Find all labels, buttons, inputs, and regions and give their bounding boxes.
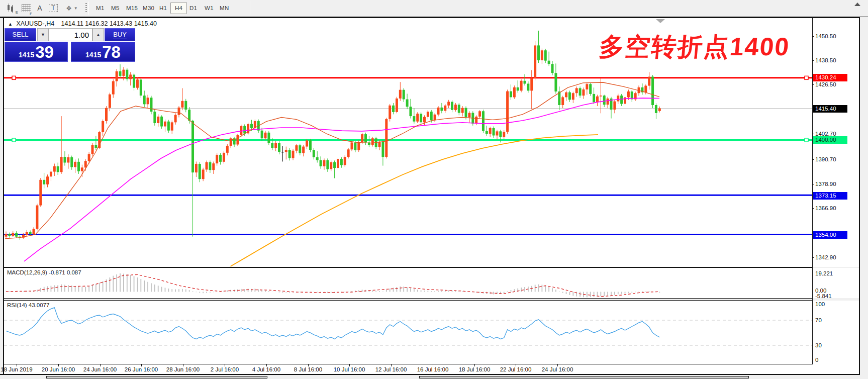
date-tick-mark [225, 364, 225, 366]
price-tick-mark [812, 84, 814, 85]
buy-price-box[interactable]: 1415 78 [71, 42, 135, 62]
sell-button-label: SELL [13, 31, 29, 39]
date-tick-mark [100, 364, 101, 366]
mt4-terminal: { "toolbar": { "icons": [ {"name": "char… [0, 0, 868, 379]
date-tick-mark [141, 364, 142, 366]
chevron-up-icon: ▲ [96, 32, 101, 37]
chevron-down-icon: ▼ [41, 32, 45, 37]
date-tick-mark [433, 364, 433, 366]
date-tick-label: 26 Jun 16:00 [125, 366, 158, 372]
macd-bottom-border [4, 298, 812, 299]
price-tick-mark [812, 134, 814, 134]
rsi-bottom-border [4, 364, 812, 364]
rsi-indicator-title: RSI(14) 43.0077 [7, 302, 49, 308]
fast-ma-line[interactable] [5, 82, 659, 239]
date-tick-mark [557, 364, 558, 366]
chart-symbol-label: XAUUSD-,H4 [16, 20, 54, 27]
slow-ma-line[interactable] [229, 135, 598, 267]
indicator-axis-label: 19.221 [815, 270, 855, 276]
support1-line-price-badge: 1373.15 [813, 192, 847, 200]
current-bid-price-badge: 1415.40 [813, 105, 847, 113]
price-tick-label: 1438.50 [815, 57, 855, 63]
chart-annotation-text[interactable]: 多空转折点1400 [598, 30, 842, 64]
date-tick-mark [391, 364, 392, 366]
line-handle[interactable] [12, 76, 16, 79]
chart-header: ▲ XAUUSD-,H4 1414.11 1416.32 1413.43 141… [8, 20, 157, 27]
date-tick-label: 24 Jul 16:00 [542, 366, 573, 372]
window-border-top [0, 17, 860, 18]
price-tick-mark [812, 184, 814, 184]
price-tick-mark [812, 257, 814, 258]
sell-price-value: 39 [35, 45, 54, 60]
sell-price-box[interactable]: 1415 39 [5, 42, 68, 62]
indicator-axis-label: 30 [815, 342, 855, 348]
corner-filler [0, 375, 4, 379]
bottom-tab-2[interactable] [419, 376, 749, 378]
date-tick-mark [266, 364, 267, 366]
price-tick-label: 1378.90 [815, 181, 855, 187]
volume-increase-button[interactable]: ▲ [92, 28, 104, 41]
date-tick-label: 18 Jul 16:00 [459, 366, 491, 372]
rsi-line[interactable] [6, 308, 659, 339]
buy-button-label: BUY [113, 31, 127, 39]
resistance-line-price-badge: 1430.24 [813, 74, 847, 81]
window-border-right [859, 17, 860, 375]
date-tick-label: 22 Jul 16:00 [500, 366, 532, 372]
volume-decrease-button[interactable]: ▼ [37, 28, 49, 41]
indicator-axis-label: 100 [815, 301, 855, 307]
date-tick-mark [308, 364, 309, 366]
buy-price-value: 78 [102, 45, 121, 60]
sell-price-prefix: 1415 [19, 50, 34, 60]
bottom-tab-1[interactable] [46, 376, 267, 378]
mid-ma-line[interactable] [24, 98, 659, 261]
date-tick-mark [17, 364, 17, 366]
price-tick-mark [812, 36, 814, 37]
indicator-axis-label: 70 [815, 317, 855, 323]
chart-shift-marker-icon[interactable] [656, 19, 665, 23]
indicator-axis-label: -5.841 [815, 293, 855, 299]
date-tick-label: 28 Jun 16:00 [166, 366, 200, 372]
buy-button[interactable]: BUY [105, 28, 135, 41]
price-tick-mark [812, 60, 814, 61]
price-axis-border [812, 18, 813, 364]
date-tick-label: 4 Jul 16:00 [252, 366, 280, 372]
price-tick-label: 1390.70 [815, 156, 855, 162]
price-tick-mark [812, 208, 814, 209]
price-tick-label: 1426.50 [815, 81, 855, 87]
date-tick-label: 20 Jun 16:00 [42, 366, 75, 372]
price-tick-label: 1450.50 [815, 33, 855, 39]
price-tick-label: 1366.90 [815, 205, 855, 211]
macd-plot[interactable] [6, 273, 659, 297]
date-tick-mark [474, 364, 475, 366]
sell-button[interactable]: SELL [5, 28, 36, 41]
macd-signal-line[interactable] [6, 274, 659, 297]
date-tick-mark [58, 364, 59, 366]
buy-price-prefix: 1415 [85, 50, 101, 60]
price-tick-mark [812, 159, 814, 160]
price-macd-divider[interactable] [4, 267, 812, 268]
macd-indicator-title: MACD(12,26,9) -0.871 0.087 [7, 269, 81, 275]
date-tick-mark [349, 364, 350, 366]
date-tick-label: 24 Jun 16:00 [83, 366, 117, 372]
volume-input[interactable] [49, 28, 92, 41]
chart-ohlc-values: 1414.11 1416.32 1413.43 1415.40 [61, 20, 157, 27]
symbol-arrow-icon: ▲ [8, 22, 13, 27]
date-tick-mark [183, 364, 183, 366]
date-tick-label: 18 Jun 2019 [1, 366, 32, 372]
date-tick-label: 16 Jul 16:00 [417, 366, 449, 372]
window-border-left [3, 17, 4, 375]
indicator-axis-label: 0 [815, 357, 855, 363]
rsi-plot [4, 308, 812, 345]
date-tick-label: 12 Jul 16:00 [375, 366, 407, 372]
date-tick-label: 8 Jul 16:00 [294, 366, 322, 372]
line-handle[interactable] [805, 138, 808, 142]
macd-rsi-divider[interactable] [4, 300, 812, 301]
support2-line-price-badge: 1354.00 [813, 231, 847, 239]
price-tick-label: 1342.90 [815, 254, 855, 260]
price-panel-plot [4, 31, 812, 267]
date-tick-label: 10 Jul 16:00 [334, 366, 365, 372]
line-handle[interactable] [12, 138, 16, 142]
date-tick-mark [516, 364, 516, 366]
one-click-trading-widget: SELL ▼ ▲ BUY 1415 39 1415 78 [5, 28, 135, 62]
line-handle[interactable] [805, 76, 808, 79]
